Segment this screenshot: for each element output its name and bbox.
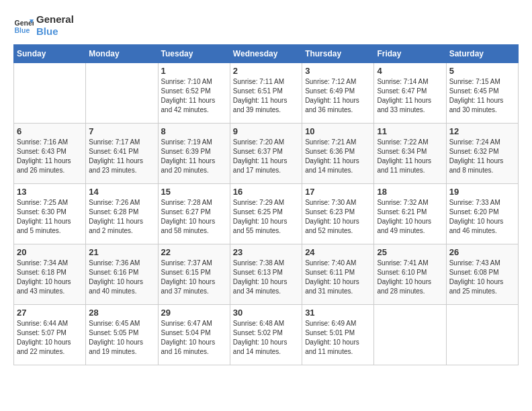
- day-info: Sunrise: 7:14 AM Sunset: 6:47 PM Dayligh…: [377, 77, 443, 115]
- calendar-body: 1Sunrise: 7:10 AM Sunset: 6:52 PM Daylig…: [14, 63, 519, 365]
- calendar-cell: [374, 305, 446, 365]
- day-info: Sunrise: 6:44 AM Sunset: 5:07 PM Dayligh…: [17, 319, 83, 357]
- calendar-week-row: 13Sunrise: 7:25 AM Sunset: 6:30 PM Dayli…: [14, 184, 519, 244]
- day-info: Sunrise: 7:11 AM Sunset: 6:51 PM Dayligh…: [233, 77, 299, 115]
- calendar-header-row: SundayMondayTuesdayWednesdayThursdayFrid…: [14, 45, 519, 63]
- logo-icon: General Blue: [13, 15, 34, 36]
- calendar-week-row: 6Sunrise: 7:16 AM Sunset: 6:43 PM Daylig…: [14, 124, 519, 184]
- day-number: 15: [161, 187, 227, 197]
- day-number: 4: [377, 66, 443, 76]
- day-info: Sunrise: 7:19 AM Sunset: 6:39 PM Dayligh…: [161, 138, 227, 175]
- calendar-cell: [446, 305, 518, 365]
- day-info: Sunrise: 7:21 AM Sunset: 6:36 PM Dayligh…: [305, 138, 371, 175]
- calendar-cell: 25Sunrise: 7:41 AM Sunset: 6:10 PM Dayli…: [374, 244, 446, 305]
- column-header-tuesday: Tuesday: [158, 45, 230, 63]
- day-info: Sunrise: 7:17 AM Sunset: 6:41 PM Dayligh…: [89, 138, 154, 175]
- day-number: 30: [233, 308, 299, 318]
- calendar-cell: 22Sunrise: 7:37 AM Sunset: 6:15 PM Dayli…: [158, 244, 230, 305]
- column-header-monday: Monday: [86, 45, 158, 63]
- day-number: 21: [89, 247, 154, 257]
- day-info: Sunrise: 7:12 AM Sunset: 6:49 PM Dayligh…: [305, 77, 371, 115]
- day-number: 9: [233, 126, 299, 136]
- day-info: Sunrise: 6:49 AM Sunset: 5:01 PM Dayligh…: [305, 319, 371, 357]
- calendar-week-row: 27Sunrise: 6:44 AM Sunset: 5:07 PM Dayli…: [14, 305, 519, 365]
- day-number: 2: [233, 66, 299, 76]
- day-info: Sunrise: 7:24 AM Sunset: 6:32 PM Dayligh…: [449, 138, 515, 175]
- day-number: 14: [89, 187, 154, 197]
- column-header-saturday: Saturday: [446, 45, 518, 63]
- day-info: Sunrise: 7:32 AM Sunset: 6:21 PM Dayligh…: [377, 198, 443, 236]
- day-number: 29: [161, 308, 227, 318]
- calendar-week-row: 1Sunrise: 7:10 AM Sunset: 6:52 PM Daylig…: [14, 63, 519, 124]
- day-info: Sunrise: 7:20 AM Sunset: 6:37 PM Dayligh…: [233, 138, 299, 175]
- day-info: Sunrise: 7:28 AM Sunset: 6:27 PM Dayligh…: [161, 198, 227, 236]
- calendar-cell: 20Sunrise: 7:34 AM Sunset: 6:18 PM Dayli…: [14, 244, 86, 305]
- calendar-cell: [14, 63, 86, 124]
- day-number: 22: [161, 247, 227, 257]
- column-header-wednesday: Wednesday: [230, 45, 302, 63]
- calendar-cell: 18Sunrise: 7:32 AM Sunset: 6:21 PM Dayli…: [374, 184, 446, 244]
- calendar-cell: 2Sunrise: 7:11 AM Sunset: 6:51 PM Daylig…: [230, 63, 302, 124]
- day-number: 24: [305, 247, 371, 257]
- column-header-thursday: Thursday: [302, 45, 374, 63]
- calendar-cell: 5Sunrise: 7:15 AM Sunset: 6:45 PM Daylig…: [446, 63, 518, 124]
- calendar-cell: 31Sunrise: 6:49 AM Sunset: 5:01 PM Dayli…: [302, 305, 374, 365]
- day-info: Sunrise: 7:25 AM Sunset: 6:30 PM Dayligh…: [17, 198, 83, 236]
- day-info: Sunrise: 7:22 AM Sunset: 6:34 PM Dayligh…: [377, 138, 443, 175]
- calendar-cell: 7Sunrise: 7:17 AM Sunset: 6:41 PM Daylig…: [86, 124, 158, 184]
- calendar-cell: 30Sunrise: 6:48 AM Sunset: 5:02 PM Dayli…: [230, 305, 302, 365]
- calendar-week-row: 20Sunrise: 7:34 AM Sunset: 6:18 PM Dayli…: [14, 244, 519, 305]
- day-info: Sunrise: 7:43 AM Sunset: 6:08 PM Dayligh…: [449, 259, 515, 296]
- day-number: 25: [377, 247, 443, 257]
- calendar-cell: 6Sunrise: 7:16 AM Sunset: 6:43 PM Daylig…: [14, 124, 86, 184]
- day-number: 7: [89, 126, 154, 136]
- day-number: 8: [161, 126, 227, 136]
- calendar-cell: 4Sunrise: 7:14 AM Sunset: 6:47 PM Daylig…: [374, 63, 446, 124]
- calendar-cell: 10Sunrise: 7:21 AM Sunset: 6:36 PM Dayli…: [302, 124, 374, 184]
- day-info: Sunrise: 7:29 AM Sunset: 6:25 PM Dayligh…: [233, 198, 299, 236]
- day-info: Sunrise: 7:34 AM Sunset: 6:18 PM Dayligh…: [17, 259, 83, 296]
- calendar-cell: 26Sunrise: 7:43 AM Sunset: 6:08 PM Dayli…: [446, 244, 518, 305]
- day-info: Sunrise: 7:36 AM Sunset: 6:16 PM Dayligh…: [89, 259, 154, 296]
- calendar-cell: 28Sunrise: 6:45 AM Sunset: 5:05 PM Dayli…: [86, 305, 158, 365]
- day-info: Sunrise: 7:10 AM Sunset: 6:52 PM Dayligh…: [161, 77, 227, 115]
- day-number: 5: [449, 66, 515, 76]
- day-number: 19: [449, 187, 515, 197]
- day-info: Sunrise: 7:40 AM Sunset: 6:11 PM Dayligh…: [305, 259, 371, 296]
- calendar-cell: 11Sunrise: 7:22 AM Sunset: 6:34 PM Dayli…: [374, 124, 446, 184]
- column-header-sunday: Sunday: [14, 45, 86, 63]
- day-info: Sunrise: 7:26 AM Sunset: 6:28 PM Dayligh…: [89, 198, 154, 236]
- calendar-cell: 9Sunrise: 7:20 AM Sunset: 6:37 PM Daylig…: [230, 124, 302, 184]
- day-number: 27: [17, 308, 83, 318]
- calendar-cell: 3Sunrise: 7:12 AM Sunset: 6:49 PM Daylig…: [302, 63, 374, 124]
- calendar-cell: 13Sunrise: 7:25 AM Sunset: 6:30 PM Dayli…: [14, 184, 86, 244]
- day-info: Sunrise: 7:30 AM Sunset: 6:23 PM Dayligh…: [305, 198, 371, 236]
- calendar-table: SundayMondayTuesdayWednesdayThursdayFrid…: [13, 44, 519, 365]
- logo: General Blue General Blue: [13, 13, 74, 38]
- day-info: Sunrise: 7:16 AM Sunset: 6:43 PM Dayligh…: [17, 138, 83, 175]
- calendar-cell: 19Sunrise: 7:33 AM Sunset: 6:20 PM Dayli…: [446, 184, 518, 244]
- day-number: 13: [17, 187, 83, 197]
- calendar-cell: 21Sunrise: 7:36 AM Sunset: 6:16 PM Dayli…: [86, 244, 158, 305]
- day-info: Sunrise: 6:45 AM Sunset: 5:05 PM Dayligh…: [89, 319, 154, 357]
- day-number: 28: [89, 308, 154, 318]
- day-number: 12: [449, 126, 515, 136]
- calendar-cell: 24Sunrise: 7:40 AM Sunset: 6:11 PM Dayli…: [302, 244, 374, 305]
- day-number: 20: [17, 247, 83, 257]
- calendar-cell: 16Sunrise: 7:29 AM Sunset: 6:25 PM Dayli…: [230, 184, 302, 244]
- calendar-cell: 29Sunrise: 6:47 AM Sunset: 5:04 PM Dayli…: [158, 305, 230, 365]
- day-number: 10: [305, 126, 371, 136]
- day-info: Sunrise: 7:33 AM Sunset: 6:20 PM Dayligh…: [449, 198, 515, 236]
- day-info: Sunrise: 7:15 AM Sunset: 6:45 PM Dayligh…: [449, 77, 515, 115]
- day-number: 6: [17, 126, 83, 136]
- day-info: Sunrise: 6:47 AM Sunset: 5:04 PM Dayligh…: [161, 319, 227, 357]
- calendar-cell: [86, 63, 158, 124]
- calendar-cell: 1Sunrise: 7:10 AM Sunset: 6:52 PM Daylig…: [158, 63, 230, 124]
- day-number: 1: [161, 66, 227, 76]
- calendar-cell: 17Sunrise: 7:30 AM Sunset: 6:23 PM Dayli…: [302, 184, 374, 244]
- day-number: 26: [449, 247, 515, 257]
- day-number: 3: [305, 66, 371, 76]
- page-header: General Blue General Blue: [13, 13, 519, 38]
- day-number: 23: [233, 247, 299, 257]
- day-number: 31: [305, 308, 371, 318]
